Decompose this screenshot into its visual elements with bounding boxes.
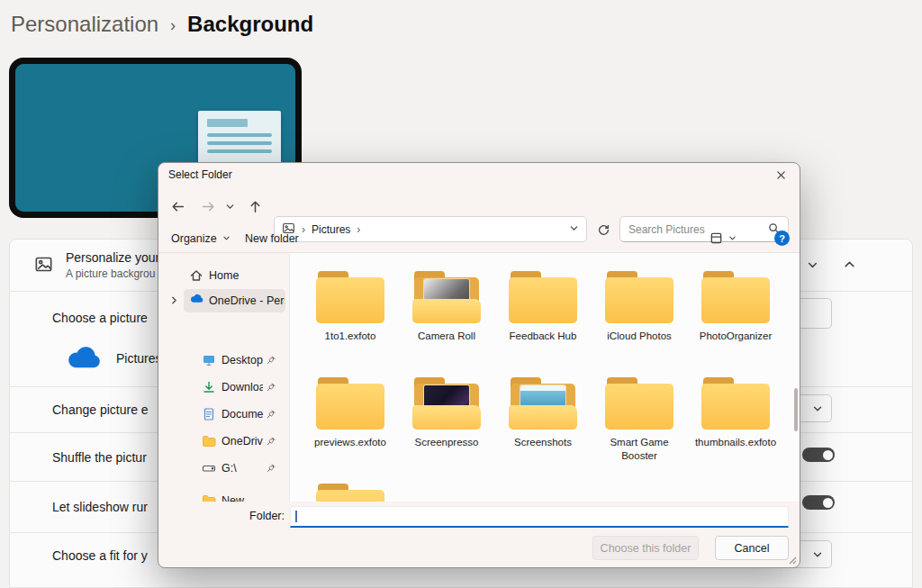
- resize-grip[interactable]: [786, 554, 798, 565]
- downloads-icon: [202, 380, 216, 394]
- pin-icon: [266, 355, 276, 366]
- sidebar-item-label: OneDrive - Perso: [209, 294, 285, 307]
- cancel-button[interactable]: Cancel: [715, 536, 789, 560]
- folder-icon: [316, 377, 384, 430]
- sidebar-item-downloads[interactable]: Downloads: [158, 375, 289, 399]
- folder-input[interactable]: [290, 506, 789, 528]
- sidebar-item-home[interactable]: Home: [158, 264, 289, 287]
- folder-name: Camera Roll: [402, 330, 492, 343]
- onedrive-cloud-icon: [64, 346, 104, 372]
- row-personalize-title: Personalize your: [66, 250, 159, 265]
- folder-name: Feedback Hub: [498, 330, 588, 343]
- folder-icon: [509, 271, 577, 323]
- pin-icon: [266, 463, 276, 474]
- folder-icon: [412, 271, 481, 323]
- folder-name: Screenpresso: [402, 436, 492, 449]
- folder-field-label: Folder:: [221, 510, 285, 522]
- folder-name: Screenshots: [498, 436, 588, 449]
- shuffle-toggle[interactable]: [802, 448, 835, 462]
- sidebar-item-g-drive[interactable]: G:\: [158, 457, 289, 480]
- row-slideshow-title: Let slideshow rur: [52, 500, 148, 514]
- documents-icon: [202, 407, 216, 421]
- row-fit-title: Choose a fit for y: [52, 548, 148, 563]
- onedrive-cloud-icon: [189, 294, 203, 308]
- folder-item[interactable]: Smart Game Booster: [594, 377, 684, 463]
- help-icon[interactable]: ?: [774, 231, 790, 246]
- file-list-scrollbar[interactable]: [794, 388, 798, 431]
- new-folder-label: New folder: [245, 232, 299, 245]
- breadcrumb-separator: ›: [170, 14, 176, 35]
- folder-item[interactable]: thumbnails.exfoto: [691, 377, 781, 449]
- recent-locations-chevron-icon[interactable]: [221, 194, 238, 218]
- dialog-buttons: Choose this folder Cancel: [158, 536, 800, 563]
- folder-item[interactable]: Feedback Hub: [498, 271, 588, 343]
- up-button[interactable]: [243, 194, 267, 218]
- breadcrumb-parent[interactable]: Personalization: [11, 12, 158, 37]
- pin-icon: [266, 409, 276, 420]
- background-type-chevron-down-icon[interactable]: [807, 258, 818, 275]
- folder-name: thumbnails.exfoto: [691, 436, 781, 449]
- folder-item[interactable]: PhotoOrganizer: [691, 271, 781, 343]
- sidebar-item-onedrive-personal[interactable]: OneDrive - Perso: [158, 289, 289, 312]
- folder-icon: [202, 434, 216, 448]
- folder-name: iCloud Photos: [594, 330, 684, 343]
- settings-window: Personalization › Background Personalize…: [0, 0, 922, 588]
- picture-icon: [34, 255, 53, 274]
- select-folder-dialog: Select Folder › Pictur: [158, 162, 800, 568]
- folder-icon: [509, 377, 577, 430]
- folder-name-row: Folder:: [158, 502, 800, 534]
- dialog-title: Select Folder: [168, 168, 232, 181]
- sidebar-item-label: New: [221, 494, 263, 502]
- folder-icon: [202, 493, 216, 502]
- home-icon: [189, 268, 203, 283]
- folder-item-partial[interactable]: [305, 484, 395, 502]
- row-shuffle-title: Shuffle the pictur: [52, 450, 147, 465]
- folder-name: Smart Game Booster: [594, 436, 684, 463]
- folder-icon: [701, 271, 770, 323]
- folder-icon: [412, 377, 481, 430]
- file-list: 1to1.exfoto Camera Roll Feedback Hub iCl…: [289, 253, 800, 502]
- sidebar-item-desktop[interactable]: Desktop: [158, 348, 289, 372]
- folder-name: 1to1.exfoto: [305, 330, 395, 343]
- back-button[interactable]: [166, 194, 189, 218]
- choose-this-folder-button[interactable]: Choose this folder: [592, 536, 699, 560]
- folder-item[interactable]: iCloud Photos: [594, 271, 684, 343]
- dialog-nav-bar: › Pictures ›: [158, 186, 800, 224]
- forward-button[interactable]: [196, 194, 220, 218]
- sidebar-item-documents[interactable]: Documents: [158, 403, 289, 426]
- pin-icon: [266, 382, 276, 393]
- folder-item[interactable]: Screenshots: [498, 377, 588, 449]
- desktop-icon: [202, 353, 216, 367]
- breadcrumb-current: Background: [187, 12, 313, 37]
- recent-image-label[interactable]: Pictures: [116, 351, 162, 366]
- sidebar-item-new-partial[interactable]: New: [158, 489, 289, 502]
- breadcrumb: Personalization › Background: [11, 12, 313, 37]
- sidebar-item-onedrive-folder[interactable]: OneDrive: [158, 430, 289, 453]
- close-button[interactable]: [762, 163, 800, 186]
- folder-item[interactable]: Screenpresso: [402, 377, 492, 449]
- dialog-toolbar: Organize New folder ?: [158, 224, 800, 253]
- folder-name: PhotoOrganizer: [691, 330, 781, 343]
- text-caret: [295, 511, 297, 522]
- folder-icon: [316, 271, 384, 323]
- drive-icon: [202, 461, 216, 475]
- section-collapse-chevron-up-icon[interactable]: [843, 258, 856, 275]
- view-options-button[interactable]: [710, 224, 737, 252]
- sidebar-item-label: Downloads: [221, 381, 263, 394]
- row-change-every-title: Change picture e: [52, 403, 149, 417]
- row-choose-picture-title: Choose a picture: [52, 311, 148, 325]
- organize-label: Organize: [171, 232, 217, 245]
- sidebar-item-label: Desktop: [221, 354, 263, 366]
- dialog-titlebar[interactable]: Select Folder: [158, 163, 800, 186]
- sidebar-item-label: Home: [209, 269, 265, 282]
- folder-item[interactable]: 1to1.exfoto: [305, 271, 395, 343]
- new-folder-button[interactable]: New folder: [245, 224, 299, 252]
- sidebar-item-label: Documents: [221, 408, 263, 421]
- pin-icon: [266, 436, 276, 447]
- organize-menu[interactable]: Organize: [171, 224, 230, 252]
- row-personalize-subtitle: A picture backgrou: [66, 267, 155, 280]
- folder-item[interactable]: previews.exfoto: [305, 377, 395, 449]
- slideshow-battery-toggle[interactable]: [802, 495, 835, 510]
- expand-chevron-icon[interactable]: [169, 295, 179, 305]
- folder-item[interactable]: Camera Roll: [402, 271, 492, 343]
